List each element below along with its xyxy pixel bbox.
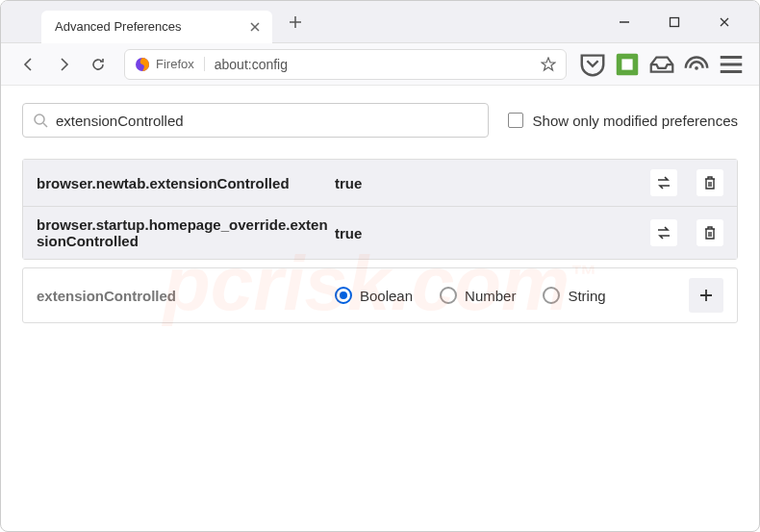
extension-icon[interactable]	[613, 50, 642, 79]
show-modified-checkbox[interactable]: Show only modified preferences	[508, 113, 738, 129]
radio-label: Number	[465, 288, 516, 304]
svg-rect-3	[621, 59, 632, 69]
menu-button[interactable]	[717, 50, 746, 79]
url-bar[interactable]: Firefox about:config	[124, 49, 567, 80]
search-input[interactable]	[56, 113, 478, 129]
vpn-icon[interactable]	[682, 50, 711, 79]
radio-icon	[543, 287, 560, 304]
search-row: Show only modified preferences	[22, 103, 738, 138]
search-box[interactable]	[22, 103, 489, 138]
new-preference-row: extensionControlled Boolean Number Strin…	[22, 267, 738, 323]
maximize-button[interactable]	[653, 9, 696, 36]
svg-rect-0	[671, 17, 679, 26]
delete-button[interactable]	[697, 169, 723, 196]
browser-toolbar: Firefox about:config	[1, 43, 759, 86]
type-radio-group: Boolean Number String	[335, 287, 689, 304]
preference-value: true	[335, 225, 650, 241]
firefox-icon	[135, 57, 150, 72]
delete-button[interactable]	[697, 219, 723, 246]
radio-number[interactable]: Number	[440, 287, 516, 304]
radio-string[interactable]: String	[543, 287, 605, 304]
preference-value: true	[335, 175, 650, 191]
checkbox-label: Show only modified preferences	[533, 113, 738, 129]
new-preference-name: extensionControlled	[37, 288, 335, 304]
search-icon	[33, 113, 48, 128]
inbox-icon[interactable]	[647, 50, 676, 79]
preferences-table: browser.newtab.extensionControlled true …	[22, 159, 738, 260]
new-tab-button[interactable]	[282, 9, 309, 36]
radio-label: Boolean	[360, 288, 413, 304]
add-preference-button[interactable]	[689, 278, 723, 313]
back-button[interactable]	[14, 50, 43, 79]
preference-name: browser.newtab.extensionControlled	[37, 175, 335, 191]
preference-row: browser.startup.homepage_override.extens…	[23, 206, 737, 259]
titlebar: Advanced Preferences	[1, 1, 759, 43]
preference-name: browser.startup.homepage_override.extens…	[37, 216, 335, 249]
svg-point-4	[695, 65, 698, 69]
preference-row: browser.newtab.extensionControlled true	[23, 160, 737, 206]
browser-tab[interactable]: Advanced Preferences	[41, 11, 272, 43]
radio-boolean[interactable]: Boolean	[335, 287, 413, 304]
toggle-button[interactable]	[650, 169, 677, 196]
bookmark-star-icon[interactable]	[541, 57, 556, 72]
radio-icon	[335, 287, 352, 304]
checkbox-icon	[508, 113, 523, 128]
svg-point-5	[35, 114, 44, 124]
page-content: Show only modified preferences browser.n…	[1, 86, 759, 341]
radio-label: String	[568, 288, 605, 304]
pocket-icon[interactable]	[578, 50, 607, 79]
toggle-button[interactable]	[650, 219, 677, 246]
url-context: Firefox	[156, 57, 205, 71]
forward-button[interactable]	[49, 50, 78, 79]
close-window-button[interactable]	[703, 9, 746, 36]
radio-icon	[440, 287, 457, 304]
window-controls	[603, 9, 759, 36]
url-text: about:config	[205, 57, 541, 72]
close-tab-icon[interactable]	[247, 19, 263, 35]
minimize-button[interactable]	[603, 9, 646, 36]
tab-title: Advanced Preferences	[55, 19, 247, 34]
reload-button[interactable]	[84, 50, 113, 79]
